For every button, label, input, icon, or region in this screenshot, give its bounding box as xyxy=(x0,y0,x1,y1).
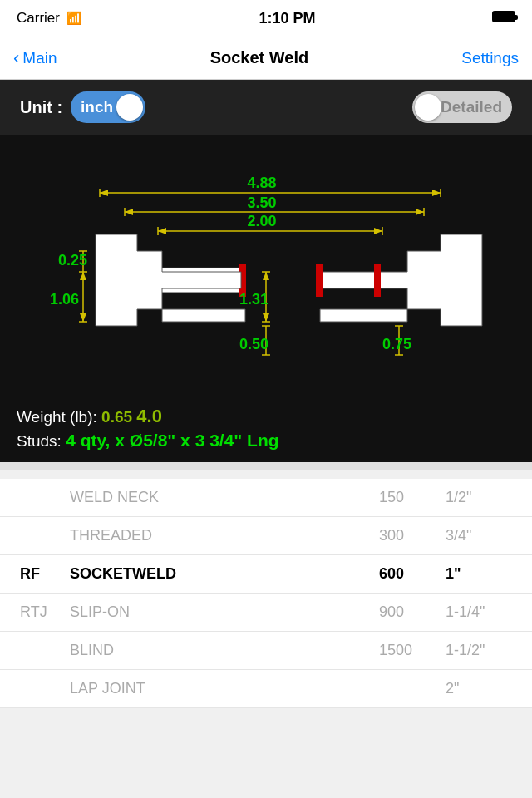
separator xyxy=(0,462,532,470)
unit-toggle[interactable]: inch xyxy=(71,91,145,123)
unit-toggle-text: inch xyxy=(81,98,113,116)
table-row[interactable]: BLIND15001-1/2" xyxy=(0,632,532,670)
table-row[interactable]: WELD NECK1501/2" xyxy=(0,479,532,517)
studs-label: Studs: xyxy=(17,432,62,450)
battery-icon xyxy=(492,11,515,22)
row-prefix: RF xyxy=(20,565,70,583)
svg-marker-39 xyxy=(263,272,269,280)
svg-text:4.88: 4.88 xyxy=(247,175,276,191)
info-area: Weight (lb): 0.65 4.0 Studs: 4 qty, x Ø5… xyxy=(0,401,532,462)
svg-marker-33 xyxy=(80,272,86,280)
row-size: 1/2" xyxy=(446,489,512,506)
battery-indicator xyxy=(492,10,515,27)
svg-marker-34 xyxy=(80,313,86,322)
row-type: THREADED xyxy=(70,527,379,544)
svg-text:0.25: 0.25 xyxy=(58,252,87,268)
svg-marker-9 xyxy=(125,209,133,215)
page-title: Socket Weld xyxy=(210,48,309,67)
row-prefix: RTJ xyxy=(20,603,70,621)
svg-text:3.50: 3.50 xyxy=(247,195,276,211)
row-size: 1-1/4" xyxy=(446,603,512,621)
row-type: WELD NECK xyxy=(70,489,379,506)
nav-bar: ‹ Main Socket Weld Settings xyxy=(0,37,532,80)
table-row[interactable]: LAP JOINT2" xyxy=(0,670,532,708)
settings-button[interactable]: Settings xyxy=(461,49,519,67)
table-row[interactable]: RFSOCKETWELD6001" xyxy=(0,555,532,594)
studs-val: 4 qty, x Ø5/8" x 3 3/4" Lng xyxy=(66,431,278,450)
weight-val1: 0.65 xyxy=(101,408,132,426)
weight-label: Weight (lb xyxy=(17,408,87,426)
svg-marker-40 xyxy=(263,313,269,322)
row-type: SOCKETWELD xyxy=(70,565,379,583)
row-rating: 1500 xyxy=(379,642,446,659)
svg-rect-25 xyxy=(374,264,381,297)
unit-toggle-knob xyxy=(116,94,143,121)
row-rating: 600 xyxy=(379,565,446,583)
row-size: 1" xyxy=(446,565,512,583)
svg-text:0.75: 0.75 xyxy=(382,336,411,352)
table-row[interactable]: RTJSLIP-ON9001-1/4" xyxy=(0,594,532,632)
detailed-toggle[interactable]: Detailed xyxy=(412,91,512,123)
svg-marker-23 xyxy=(96,234,245,326)
back-button[interactable]: ‹ Main xyxy=(13,47,57,69)
controls-row: Unit : inch Detailed xyxy=(0,80,532,135)
flange-table: WELD NECK1501/2"THREADED3003/4"RFSOCKETW… xyxy=(0,479,532,708)
row-size: 3/4" xyxy=(446,527,512,544)
row-type: LAP JOINT xyxy=(70,680,379,697)
back-label: Main xyxy=(22,49,57,67)
row-rating: 300 xyxy=(379,527,446,544)
status-bar: Carrier 📶 1:10 PM xyxy=(0,0,532,37)
row-rating: 150 xyxy=(379,489,446,506)
carrier-label: Carrier xyxy=(17,10,60,27)
svg-text:1.06: 1.06 xyxy=(50,291,79,308)
svg-marker-24 xyxy=(320,234,482,326)
row-rating: 900 xyxy=(379,603,446,621)
svg-text:0.50: 0.50 xyxy=(239,336,268,352)
svg-marker-4 xyxy=(432,190,441,196)
svg-text:2.00: 2.00 xyxy=(247,213,276,229)
svg-text:1.31: 1.31 xyxy=(239,291,268,308)
unit-label: Unit : xyxy=(20,98,62,117)
row-type: SLIP-ON xyxy=(70,603,379,621)
weight-line: Weight (lb): 0.65 4.0 xyxy=(17,406,515,427)
table-row[interactable]: THREADED3003/4" xyxy=(0,517,532,555)
diagram-area: 4.88 3.50 2.00 0 xyxy=(0,135,532,401)
unit-group: Unit : inch xyxy=(20,91,145,123)
svg-rect-26 xyxy=(316,264,323,297)
detailed-toggle-text: Detailed xyxy=(441,98,502,116)
row-size: 1-1/2" xyxy=(446,642,512,659)
wifi-icon: 📶 xyxy=(66,11,82,26)
chevron-left-icon: ‹ xyxy=(13,47,19,69)
status-time: 1:10 PM xyxy=(259,10,315,27)
svg-marker-3 xyxy=(100,190,108,196)
flange-diagram: 4.88 3.50 2.00 0 xyxy=(17,143,515,384)
svg-marker-10 xyxy=(416,209,424,215)
studs-line: Studs: 4 qty, x Ø5/8" x 3 3/4" Lng xyxy=(17,431,515,451)
weight-val2: 4.0 xyxy=(136,406,162,426)
svg-marker-15 xyxy=(158,228,166,234)
row-type: BLIND xyxy=(70,642,379,659)
status-left: Carrier 📶 xyxy=(17,10,82,27)
row-size: 2" xyxy=(446,680,512,697)
svg-marker-16 xyxy=(374,228,382,234)
detailed-toggle-knob xyxy=(415,94,441,121)
